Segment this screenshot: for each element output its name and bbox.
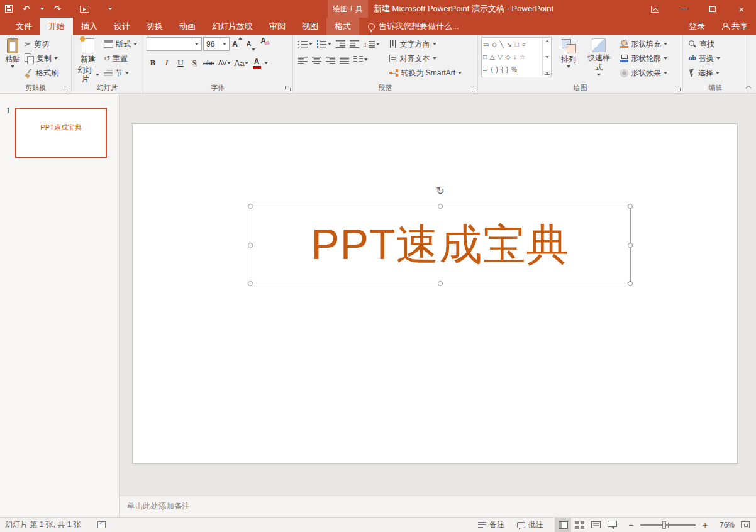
italic-button[interactable]: I	[160, 56, 173, 70]
fit-slide-to-window-icon[interactable]	[741, 521, 750, 528]
slide-title-text[interactable]: PPT速成宝典	[250, 206, 630, 284]
minimize-button[interactable]	[669, 0, 698, 18]
font-size-combobox[interactable]: 96	[203, 37, 230, 51]
tab-format[interactable]: 格式	[326, 18, 359, 35]
spell-check-icon[interactable]: ✓	[97, 521, 106, 528]
bullets-button[interactable]	[296, 37, 314, 51]
tab-animations[interactable]: 动画	[171, 18, 204, 35]
save-button[interactable]	[0, 0, 18, 18]
copy-button[interactable]: 复制	[22, 52, 61, 65]
justify-button[interactable]	[338, 53, 351, 67]
font-size-dropdown[interactable]	[220, 38, 229, 50]
close-button[interactable]: ×	[727, 0, 756, 18]
format-painter-button[interactable]: 格式刷	[22, 66, 61, 80]
dialog-launcher-icon[interactable]	[469, 85, 475, 91]
zoom-slider-handle[interactable]	[662, 521, 666, 529]
resize-handle-top-left[interactable]	[248, 204, 253, 209]
text-direction-button[interactable]: 文字方向	[387, 37, 465, 51]
shapes-row-1[interactable]: ▭ ◇ ╲ ↘ □ ○	[483, 40, 541, 50]
font-name-dropdown[interactable]	[192, 38, 201, 50]
sign-in-button[interactable]: 登录	[681, 18, 713, 35]
resize-handle-bottom-right[interactable]	[628, 281, 633, 286]
replace-button[interactable]: ab 替换	[686, 52, 723, 65]
font-color-button[interactable]: A	[251, 56, 263, 70]
tab-slideshow[interactable]: 幻灯片放映	[204, 18, 261, 35]
tab-insert[interactable]: 插入	[73, 18, 106, 35]
align-right-button[interactable]	[324, 53, 337, 67]
resize-handle-top-center[interactable]	[438, 204, 443, 209]
shapes-row-3[interactable]: ▱ ( ) { } %	[483, 65, 541, 75]
gallery-more-icon[interactable]	[545, 72, 550, 75]
slide-thumbnail[interactable]: PPT速成宝典	[15, 108, 107, 158]
layout-button[interactable]: 版式	[101, 37, 140, 51]
align-text-button[interactable]: 对齐文本	[387, 52, 465, 65]
decrease-indent-button[interactable]	[334, 37, 347, 51]
comments-toggle-button[interactable]: 批注	[511, 518, 550, 532]
shape-outline-button[interactable]: 形状轮廓	[618, 52, 670, 65]
slide-sorter-view-button[interactable]	[571, 518, 587, 532]
share-button[interactable]: 共享	[713, 18, 756, 35]
shapes-gallery[interactable]: ▭ ◇ ╲ ↘ □ ○ □ △ ▽ ◇ ↓ ☆ ▱ ( ) { } %	[481, 37, 552, 77]
zoom-out-button[interactable]: −	[625, 520, 636, 530]
quick-styles-button[interactable]: 快速样式	[582, 37, 615, 77]
change-case-button[interactable]: Aa	[233, 56, 250, 70]
resize-handle-bottom-left[interactable]	[248, 281, 253, 286]
section-button[interactable]: 节	[101, 66, 140, 80]
notes-pane[interactable]: 单击此处添加备注	[120, 496, 756, 517]
new-slide-button[interactable]: 新建 幻灯片	[75, 37, 101, 86]
line-spacing-button[interactable]: ↕	[362, 37, 382, 51]
tab-view[interactable]: 视图	[294, 18, 326, 35]
resize-handle-top-right[interactable]	[628, 204, 633, 209]
paste-button[interactable]: 粘贴	[3, 37, 22, 69]
customize-qat-button[interactable]	[103, 0, 117, 18]
cut-button[interactable]: ✂ 剪切	[22, 37, 61, 51]
increase-indent-button[interactable]	[348, 37, 361, 51]
shape-effects-button[interactable]: 形状效果	[618, 66, 670, 80]
increase-font-size-button[interactable]: A	[231, 37, 243, 51]
slideshow-view-button[interactable]	[604, 518, 620, 532]
selected-text-box[interactable]: PPT速成宝典 ↻	[250, 206, 631, 284]
tell-me-box[interactable]: 告诉我您想要做什么...	[368, 18, 459, 35]
tab-review[interactable]: 审阅	[261, 18, 294, 35]
start-slideshow-button[interactable]	[75, 0, 94, 18]
dialog-launcher-icon[interactable]	[674, 85, 681, 91]
underline-button[interactable]: U	[174, 56, 187, 70]
ribbon-display-options-button[interactable]	[640, 0, 669, 18]
shape-fill-button[interactable]: 形状填充	[618, 37, 670, 51]
arrange-button[interactable]: 排列	[555, 37, 582, 69]
bold-button[interactable]: B	[147, 56, 159, 70]
resize-handle-middle-left[interactable]	[248, 243, 253, 248]
convert-smartart-button[interactable]: 转换为 SmartArt	[387, 66, 465, 80]
select-button[interactable]: 选择	[686, 66, 723, 80]
tab-home[interactable]: 开始	[40, 18, 73, 35]
zoom-in-button[interactable]: +	[699, 520, 711, 530]
slide[interactable]: PPT速成宝典 ↻	[133, 124, 737, 463]
reading-view-button[interactable]	[587, 518, 604, 532]
text-shadow-button[interactable]: S	[188, 56, 201, 70]
clear-formatting-button[interactable]: A	[258, 37, 271, 51]
undo-button[interactable]: ↶	[18, 0, 35, 18]
decrease-font-size-button[interactable]: A	[245, 37, 257, 51]
strikethrough-button[interactable]: abc	[202, 56, 216, 70]
align-center-button[interactable]	[310, 53, 323, 67]
tab-transitions[interactable]: 切换	[138, 18, 171, 35]
gallery-scroll-up-icon[interactable]	[545, 40, 549, 42]
tab-file[interactable]: 文件	[8, 18, 40, 35]
gallery-scroll-down-icon[interactable]	[545, 56, 549, 58]
numbering-button[interactable]	[315, 37, 333, 51]
maximize-button[interactable]	[698, 0, 727, 18]
redo-button[interactable]: ↷	[49, 0, 67, 18]
resize-handle-bottom-center[interactable]	[438, 281, 443, 286]
resize-handle-middle-right[interactable]	[628, 243, 633, 248]
collapse-ribbon-icon[interactable]	[745, 84, 752, 91]
tab-design[interactable]: 设计	[106, 18, 138, 35]
notes-toggle-button[interactable]: 备注	[472, 518, 511, 532]
find-button[interactable]: 查找	[686, 37, 723, 51]
align-left-button[interactable]	[296, 53, 309, 67]
undo-dropdown[interactable]	[35, 0, 49, 18]
font-name-combobox[interactable]	[147, 37, 202, 51]
zoom-slider[interactable]	[640, 524, 696, 526]
dialog-launcher-icon[interactable]	[284, 85, 291, 91]
reset-button[interactable]: ↺ 重置	[101, 52, 140, 65]
character-spacing-button[interactable]: AV	[217, 56, 232, 70]
